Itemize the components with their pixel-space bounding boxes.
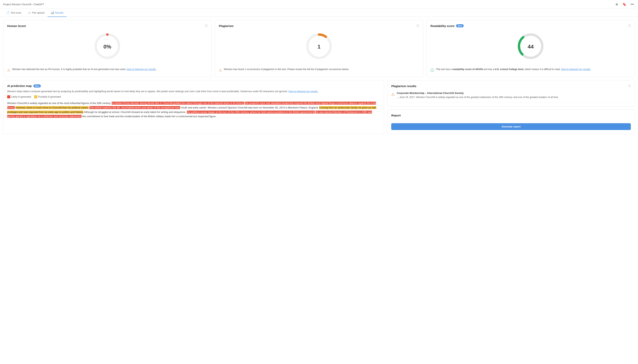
legend-yellow-color [34,95,37,98]
human-score-alert-text: Winston has detected the text as 0% huma… [12,68,156,71]
human-score-warning-icon: ⚠ [7,68,10,73]
plagiarism-results-info-icon[interactable]: ⓘ [628,84,631,88]
readability-score-header: Readability score New ⓘ [430,24,631,28]
legend-yellow-label: Possibly AI generated [38,96,61,98]
plagiarism-score-card: Plagiarism ⓘ 1 ⚠ Winston has found 1 occ… [215,20,423,77]
tab-file-upload-label: File upload [32,11,45,14]
bottom-row: AI prediction map New Winston helps dete… [3,80,635,134]
legend-yellow: Possibly AI generated [34,95,61,98]
plagiarism-alert-text: Winston has found 1 occurrences of plagi… [224,68,349,71]
legend-red: Likely AI generated [7,95,31,98]
plagiarism-results-header: Plagiarism results ⓘ [391,84,631,88]
text-scan-icon: 📄 [6,11,10,14]
plag-result-content: Corporate Membership – International Chu… [397,92,559,99]
tab-results[interactable]: 📊 Results [48,9,67,17]
plagiarism-warning-icon: ⚠ [219,68,222,73]
target-icon[interactable]: ⊕ [614,2,619,7]
tab-text-scan[interactable]: 📄 Text scan [3,9,25,17]
report-title: Report [391,114,631,117]
ai-prediction-card: AI prediction map New Winston helps dete… [3,80,384,134]
plag-warning-icon: ⚠ [391,92,395,97]
text-seg-5: However, there is much more to Churchill… [16,106,89,109]
app-title: Project Winston Churchill - ChatGPT [3,3,44,6]
ai-map-title: AI prediction map [7,84,32,88]
human-score-card: Human Score ⓘ 0% ⚠ Winston has detected … [3,20,212,77]
plagiarism-results-card: Plagiarism results ⓘ ⚠ Corporate Members… [387,80,635,106]
tab-text-scan-label: Text scan [11,11,21,14]
readability-svg: 44 [515,31,546,62]
main-content: Human Score ⓘ 0% ⚠ Winston has detected … [0,17,638,137]
right-column: Plagiarism results ⓘ ⚠ Corporate Members… [387,80,635,134]
report-card: Report Generate report [387,110,635,134]
text-seg-7: This article explores the life, accompli… [89,106,180,109]
more-icon[interactable]: ••• [629,2,635,7]
plagiarism-svg: 1 [303,31,335,62]
text-seg-14: His commitment to free trade and the mod… [82,115,216,118]
ai-prediction-text: Winston Churchill is widely regarded as … [7,101,380,119]
ai-map-new-badge: New [34,84,41,88]
ai-map-link[interactable]: How to interpret our results. [289,90,318,93]
file-upload-icon: ☁️ [28,11,31,14]
readability-new-badge: New [456,24,464,27]
plagiarism-score-header: Plagiarism ⓘ [219,24,419,28]
ai-map-header: AI prediction map New [7,84,380,88]
generate-report-button[interactable]: Generate report [391,123,631,130]
readability-alert: ⓘ This text has a readability score of 4… [430,66,631,73]
human-score-gauge: 0% [7,31,208,62]
legend-red-label: Likely AI generated [11,96,31,98]
plag-result-text: ... June 19, 2017. Winston Churchill is … [397,95,559,99]
plagiarism-score-info-icon[interactable]: ⓘ [416,24,419,28]
human-score-title: Human Score [7,24,26,28]
ai-map-description: Winston helps detect computer-generated … [7,90,380,93]
plagiarism-score-title: Plagiarism [219,24,234,28]
svg-text:1: 1 [317,44,321,50]
plagiarism-alert: ⚠ Winston has found 1 occurrences of pla… [219,66,419,73]
results-icon: 📊 [51,11,54,14]
plagiarism-gauge: 1 [219,31,419,62]
human-score-header: Human Score ⓘ [7,24,208,28]
tab-file-upload[interactable]: ☁️ File upload [25,9,48,17]
readability-score-title: Readability score [430,24,454,28]
plag-result-title: Corporate Membership – International Chu… [397,92,559,94]
app-header: Project Winston Churchill - ChatGPT ⊕ 🔖 … [0,0,638,9]
svg-text:44: 44 [527,44,534,50]
text-seg-1: As British Prime Minister during World W… [112,102,244,104]
text-seg-11: His political career began at the turn o… [187,110,315,114]
readability-gauge: 44 [430,31,631,62]
plagiarism-result-item: ⚠ Corporate Membership – International C… [391,92,631,102]
readability-alert-text: This text has a readability score of 44/… [436,68,591,71]
human-score-info-icon[interactable]: ⓘ [205,24,208,28]
text-seg-8: Youth and early career: Winston Leonard … [180,106,319,109]
tab-results-label: Results [55,11,64,14]
header-actions: ⊕ 🔖 ••• [614,2,635,7]
legend-red-color [7,95,10,98]
svg-text:0%: 0% [104,44,112,50]
readability-score-card: Readability score New ⓘ 44 ⓘ This text h… [426,20,635,77]
human-score-svg: 0% [92,31,123,62]
human-score-alert: ⚠ Winston has detected the text as 0% hu… [7,66,208,73]
readability-info-alert-icon: ⓘ [430,68,434,73]
nav-tabs: 📄 Text scan ☁️ File upload 📊 Results [0,9,638,17]
plagiarism-results-title: Plagiarism results [391,84,416,88]
text-seg-10: Although he struggled at school, Churchi… [83,110,187,114]
bookmark-icon[interactable]: 🔖 [622,2,627,7]
readability-link[interactable]: How to interpret our results. [561,68,591,71]
text-seg-0: Winston Churchill is widely regarded as … [7,102,112,104]
readability-info-icon[interactable]: ⓘ [628,24,631,28]
human-score-link[interactable]: How to interpret our results. [127,68,157,71]
ai-map-legend: Likely AI generated Possibly AI generate… [7,95,380,98]
score-cards-row: Human Score ⓘ 0% ⚠ Winston has detected … [3,20,635,77]
